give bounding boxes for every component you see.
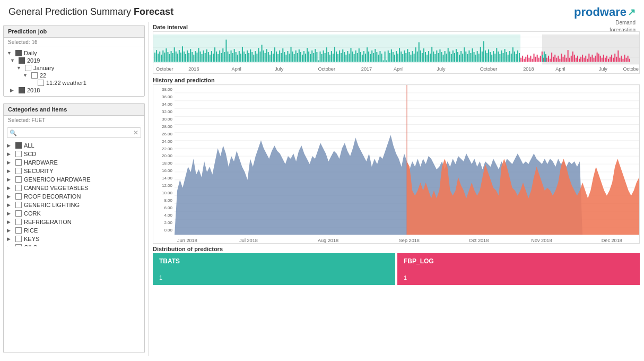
checkbox-all[interactable] [15, 142, 22, 149]
y-label-8: 8.00 [164, 198, 172, 203]
svg-rect-38 [210, 55, 211, 62]
cat-item-roof[interactable]: ▶ ROOF DECORATION [4, 192, 144, 201]
cat-item-all[interactable]: ▶ ALL [4, 141, 144, 150]
checkbox-2019[interactable] [19, 57, 25, 64]
svg-rect-65 [253, 55, 254, 62]
svg-rect-102 [313, 53, 314, 62]
svg-rect-284 [606, 56, 607, 62]
svg-rect-258 [564, 55, 565, 62]
checkbox-daily[interactable] [15, 50, 22, 56]
cat-item-cork[interactable]: ▶ CORK [4, 209, 144, 218]
tree-item-2018[interactable]: ▶ 2018 [4, 87, 144, 94]
svg-rect-180 [439, 49, 440, 62]
cat-item-keys[interactable]: ▶ KEYS [4, 235, 144, 243]
svg-rect-283 [605, 58, 606, 62]
svg-rect-186 [449, 51, 450, 62]
svg-rect-94 [300, 52, 301, 62]
cat-item-scd[interactable]: ▶ SCD [4, 150, 144, 158]
svg-rect-141 [376, 52, 377, 62]
search-input[interactable] [19, 130, 133, 136]
dist-tbats-label: TBATS [159, 257, 389, 265]
checkbox-oils[interactable] [15, 244, 22, 246]
cat-item-oils[interactable]: ▶ OILS [4, 243, 144, 246]
svg-rect-253 [556, 58, 557, 62]
checkbox-22[interactable] [31, 72, 38, 79]
history-chart-label: History and prediction [153, 77, 640, 83]
svg-rect-103 [315, 49, 316, 62]
svg-rect-7 [159, 51, 160, 62]
label-generico: GENERICO HARDWARE [24, 176, 91, 183]
checkbox-lighting[interactable] [15, 202, 22, 208]
cat-item-canned[interactable]: ▶ CANNED VEGETABLES [4, 184, 144, 192]
svg-rect-85 [285, 55, 286, 62]
svg-rect-154 [397, 54, 398, 62]
svg-rect-168 [420, 50, 421, 62]
checkbox-canned[interactable] [15, 185, 22, 191]
svg-rect-92 [297, 53, 298, 62]
svg-rect-55 [237, 55, 238, 62]
svg-text:2018: 2018 [523, 66, 534, 72]
checkbox-rice[interactable] [15, 227, 22, 234]
label-scd: SCD [24, 151, 36, 157]
y-label-34: 34.00 [162, 102, 172, 107]
cat-item-generico[interactable]: ▶ GENERICO HARDWARE [4, 175, 144, 184]
svg-rect-280 [600, 56, 601, 62]
svg-rect-179 [438, 53, 439, 62]
checkbox-refrigeration[interactable] [15, 219, 22, 225]
svg-rect-189 [454, 53, 455, 62]
svg-rect-264 [574, 55, 575, 62]
svg-rect-117 [337, 54, 338, 62]
svg-text:Oct 2018: Oct 2018 [469, 238, 489, 243]
cat-item-hardware[interactable]: ▶ HARDWARE [4, 158, 144, 167]
svg-rect-241 [537, 55, 538, 62]
svg-rect-262 [571, 56, 572, 62]
checkbox-january[interactable] [25, 65, 31, 71]
tree-item-weather[interactable]: 11:22 weather1 [4, 79, 144, 87]
cat-item-refrigeration[interactable]: ▶ REFRIGERATION [4, 218, 144, 226]
svg-rect-138 [371, 50, 372, 62]
arrow-cork: ▶ [7, 211, 13, 216]
svg-rect-274 [590, 57, 591, 62]
checkbox-scd[interactable] [15, 151, 22, 157]
arrow-canned: ▶ [7, 185, 13, 191]
svg-rect-158 [404, 50, 405, 62]
arrow-lighting: ▶ [7, 202, 13, 208]
svg-rect-187 [451, 54, 452, 62]
svg-rect-191 [457, 52, 458, 62]
cat-item-rice[interactable]: ▶ RICE [4, 226, 144, 235]
svg-rect-133 [363, 51, 364, 62]
checkbox-hardware[interactable] [15, 159, 22, 166]
checkbox-2018[interactable] [19, 87, 25, 93]
svg-rect-219 [503, 53, 504, 62]
svg-rect-292 [619, 58, 620, 62]
svg-rect-209 [486, 53, 488, 62]
checkbox-generico[interactable] [15, 176, 22, 183]
svg-rect-50 [229, 54, 230, 62]
checkbox-weather[interactable] [38, 80, 44, 86]
svg-rect-170 [423, 48, 424, 62]
svg-rect-287 [611, 55, 612, 62]
tree-item-daily[interactable]: ▼ Daily [4, 49, 144, 57]
svg-rect-96 [303, 51, 304, 62]
svg-rect-286 [610, 57, 611, 62]
svg-rect-66 [255, 51, 256, 62]
tree-item-january[interactable]: ▼ January [4, 64, 144, 72]
svg-rect-97 [305, 54, 306, 62]
cat-item-security[interactable]: ▶ SECURITY [4, 167, 144, 175]
tree-item-2019[interactable]: ▼ 2019 [4, 57, 144, 64]
checkbox-cork[interactable] [15, 210, 22, 217]
svg-rect-267 [579, 59, 580, 62]
svg-rect-40 [213, 54, 214, 62]
svg-text:July: July [599, 66, 608, 72]
search-box[interactable]: 🔍 ✕ [7, 127, 141, 138]
svg-rect-263 [572, 51, 573, 62]
categories-section: Categories and Items Selected: FUET 🔍 ✕ … [3, 103, 145, 353]
cat-item-lighting[interactable]: ▶ GENERIC LIGHTING [4, 201, 144, 209]
svg-rect-215 [496, 48, 497, 62]
checkbox-roof[interactable] [15, 193, 22, 200]
tree-item-22[interactable]: ▼ 22 [4, 72, 144, 79]
search-clear-icon[interactable]: ✕ [133, 129, 138, 136]
svg-rect-243 [540, 56, 541, 62]
checkbox-keys[interactable] [15, 236, 22, 242]
checkbox-security[interactable] [15, 168, 22, 174]
